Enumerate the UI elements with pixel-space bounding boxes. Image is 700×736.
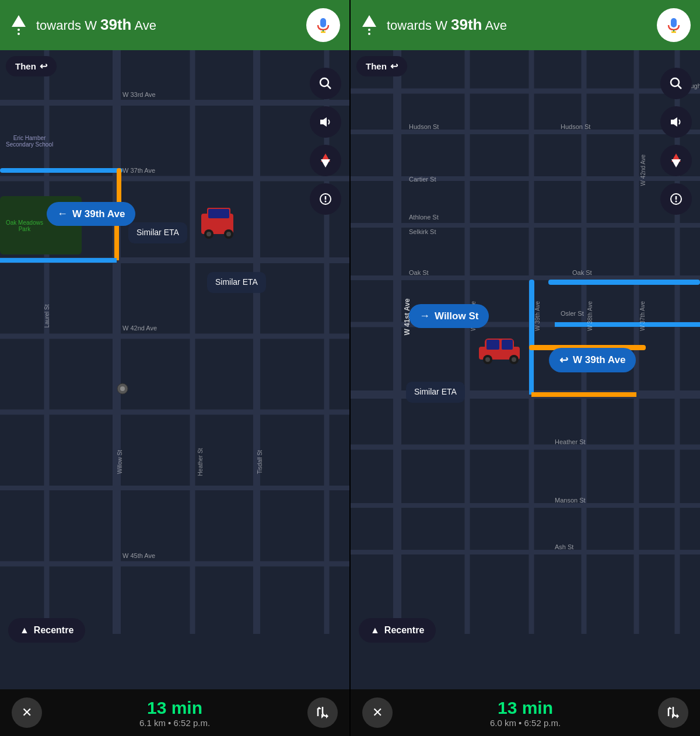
left-nav-header: towards W 39th Ave: [0, 0, 349, 50]
svg-rect-68: [502, 340, 513, 350]
left-nav-direction-icon: [9, 15, 28, 35]
left-recentre-label: Recentre: [34, 625, 74, 636]
left-then-label: Then: [15, 61, 36, 71]
left-eta-2-text: Similar ETA: [215, 277, 258, 287]
svg-marker-73: [667, 707, 672, 709]
right-nav-text: towards W 39th Ave: [387, 16, 649, 34]
left-map-panel: towards W 39th Ave: [0, 0, 351, 736]
right-mic-button[interactable]: [657, 8, 691, 42]
right-alt-routes-button[interactable]: [658, 697, 688, 728]
left-then-arrow-icon: ↩: [40, 61, 47, 72]
right-eta-badge-1: Similar ETA: [406, 382, 465, 403]
svg-point-59: [671, 78, 679, 86]
right-w38-label: W 38th Ave: [587, 301, 593, 331]
right-map-area: Connaught Dr Oak St Oak St Cartier St At…: [351, 50, 700, 689]
street-w45-label: W 45th Ave: [123, 552, 155, 559]
right-willow-arrow-icon: →: [419, 310, 430, 322]
left-eta-badge-2: Similar ETA: [207, 272, 266, 293]
left-nav-text: towards W 39th Ave: [36, 16, 298, 34]
svg-rect-27: [208, 209, 229, 218]
right-compass-button[interactable]: [660, 145, 692, 176]
chat-icon: [318, 192, 332, 206]
street-heather-label: Heather St: [197, 448, 204, 476]
right-then-label: Then: [366, 61, 387, 71]
street-tisdall-label: Tisdall St: [257, 450, 263, 474]
svg-point-33: [120, 386, 125, 391]
svg-point-19: [320, 78, 328, 86]
left-nav-towards: towards W: [36, 18, 100, 33]
svg-rect-67: [487, 340, 499, 350]
left-sound-button[interactable]: [310, 106, 341, 138]
right-osler-label: Osler St: [561, 310, 584, 317]
left-alt-routes-button[interactable]: [307, 697, 338, 728]
compass-icon: [318, 154, 332, 168]
right-side-buttons: [660, 68, 692, 215]
right-selkirk-label: Selkirk St: [409, 228, 436, 235]
right-hudson-label: Hudson St: [409, 123, 439, 130]
street-laurel-label: Laurel St: [44, 304, 50, 327]
svg-point-72: [512, 357, 516, 362]
right-manson-label: Manson St: [555, 497, 586, 504]
right-recentre-button[interactable]: ▲ Recentre: [359, 618, 436, 643]
left-bottom-bar: ✕ 13 min 6.1 km • 6:52 p.m.: [0, 689, 349, 736]
right-then-button[interactable]: Then ↩: [356, 56, 407, 76]
svg-line-60: [678, 86, 682, 89]
left-nav-street-suffix: Ave: [132, 18, 156, 33]
street-willow-label: Willow St: [117, 450, 123, 474]
left-chat-button[interactable]: [310, 183, 341, 215]
right-w39-bubble: ↩ W 39th Ave: [549, 348, 636, 372]
left-recentre-button[interactable]: ▲ Recentre: [8, 618, 85, 643]
svg-rect-0: [320, 18, 326, 27]
right-nav-header: towards W 39th Ave: [351, 0, 700, 50]
right-close-button[interactable]: ✕: [362, 697, 393, 728]
right-nav-street-suffix: Ave: [482, 18, 507, 33]
left-w39-bubble: ← W 39th Ave: [47, 202, 135, 226]
right-eta-info: 13 min 6.0 km • 6:52 p.m.: [490, 698, 561, 728]
right-eta-time: 13 min: [490, 698, 561, 718]
right-w39-vert-label: W 39th Ave: [534, 301, 541, 331]
left-eta-1-text: Similar ETA: [136, 228, 179, 237]
alt-routes-icon: [314, 704, 331, 721]
sound-icon: [318, 115, 332, 129]
right-then-arrow-icon: ↩: [390, 61, 398, 72]
left-side-buttons: [310, 68, 341, 215]
left-vehicle-truck: [198, 202, 245, 242]
right-nav-street-bold: 39th: [451, 16, 482, 33]
left-compass-button[interactable]: [310, 145, 341, 176]
right-ash-label: Ash St: [555, 543, 573, 550]
street-w42-label: W 42nd Ave: [123, 325, 157, 332]
svg-point-24: [325, 201, 327, 203]
right-map-panel: towards W 39th Ave: [351, 0, 700, 736]
eric-hamber-label: Eric HamberSecondary School: [6, 135, 53, 148]
right-athlone-label: Athlone St: [409, 214, 439, 221]
svg-marker-36: [326, 714, 328, 718]
left-map-area: W 33rd Ave W 37th Ave W 42nd Ave W 45th …: [0, 50, 349, 689]
right-sound-button[interactable]: [660, 106, 692, 138]
svg-marker-21: [320, 117, 327, 127]
right-chat-icon: [669, 192, 683, 206]
right-hudson2-label: Hudson St: [561, 123, 590, 130]
left-eta-badge-1: Similar ETA: [128, 222, 187, 243]
right-sound-icon: [669, 115, 683, 129]
right-recentre-nav-icon: ▲: [370, 625, 380, 636]
right-eta-1-text: Similar ETA: [414, 387, 457, 396]
right-willow-bubble: → Willow St: [409, 304, 489, 328]
left-then-button[interactable]: Then ↩: [6, 56, 57, 76]
left-mic-button[interactable]: [306, 8, 340, 42]
street-w33-label: W 33rd Ave: [123, 91, 156, 98]
svg-point-64: [676, 201, 677, 203]
svg-rect-37: [671, 18, 677, 27]
right-chat-button[interactable]: [660, 183, 692, 215]
left-bubble-arrow-icon: ←: [57, 208, 68, 220]
right-w37-label: W 37th Ave: [639, 301, 646, 331]
right-willow-text: Willow St: [435, 311, 478, 322]
right-nav-towards: towards W: [387, 18, 451, 33]
left-close-button[interactable]: ✕: [12, 697, 42, 728]
right-w39-text: W 39th Ave: [573, 354, 625, 366]
right-route-blue-right: [548, 280, 700, 285]
right-w43-label: W 42nd Ave: [640, 155, 646, 186]
recentre-nav-icon: ▲: [20, 625, 29, 636]
right-bottom-bar: ✕ 13 min 6.0 km • 6:52 p.m.: [351, 689, 700, 736]
right-search-button[interactable]: [660, 68, 692, 99]
left-search-button[interactable]: [310, 68, 341, 99]
